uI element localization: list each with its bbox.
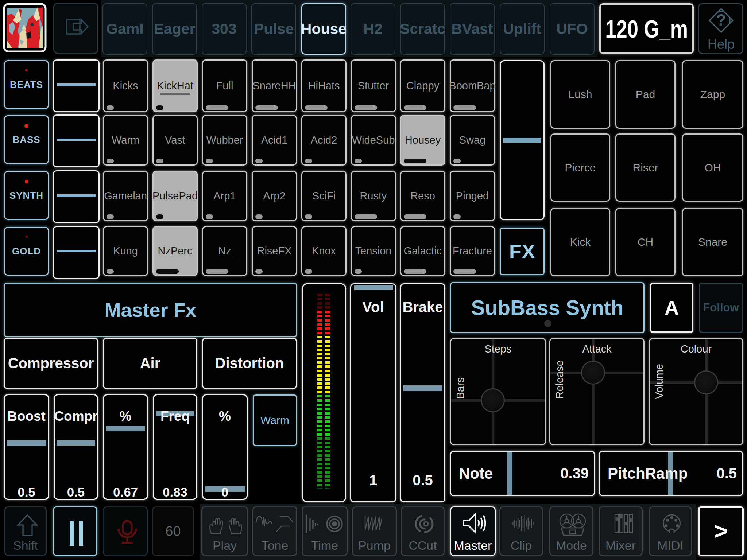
svg-text:?: ?	[716, 11, 726, 29]
svg-text:Help: Help	[708, 37, 735, 52]
